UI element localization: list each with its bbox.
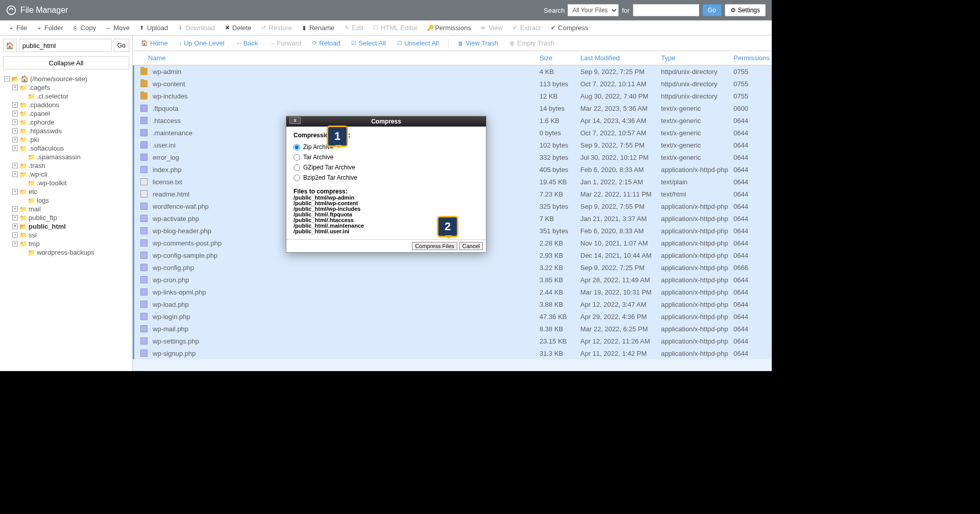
- col-size-header[interactable]: Size: [540, 54, 580, 62]
- forward-button[interactable]: →Forward: [265, 37, 306, 49]
- tree-item-wordpress-backups[interactable]: 📁wordpress-backups: [2, 248, 132, 257]
- folder-icon: 📁: [19, 206, 27, 213]
- view-trash-button[interactable]: 🗑View Trash: [454, 37, 502, 49]
- tree-item-cpaddons[interactable]: +📁.cpaddons: [2, 101, 132, 109]
- tree-item-wp-toolkit[interactable]: 📁.wp-toolkit: [2, 179, 132, 187]
- file-icon: [140, 178, 148, 185]
- collapse-all-button[interactable]: Collapse All: [3, 56, 129, 69]
- compression-option[interactable]: Bzip2ed Tar Archive: [293, 173, 479, 183]
- radio-input[interactable]: [293, 144, 300, 151]
- select-all-button[interactable]: ☑Select All: [347, 37, 389, 49]
- download-button[interactable]: ⬇Download: [173, 22, 219, 34]
- tree-item-etc[interactable]: +📁etc: [2, 187, 132, 196]
- tree-item-mail[interactable]: +📁mail: [2, 205, 132, 213]
- radio-input[interactable]: [293, 154, 300, 161]
- file-row[interactable]: wp-load.php3.88 KBApr 12, 2022, 3:47 AMa…: [133, 298, 772, 310]
- upload-button[interactable]: ⬆Upload: [135, 22, 172, 34]
- col-permissions-header[interactable]: Permissions: [733, 54, 772, 62]
- search-go-button[interactable]: Go: [702, 4, 722, 16]
- main-toolbar: +File+Folder⎘Copy↔Move⬆Upload⬇Download✖D…: [0, 20, 772, 36]
- file-row[interactable]: wp-signup.php31.3 KBApr 11, 2022, 1:42 P…: [133, 347, 772, 359]
- restore-button[interactable]: ↺Restore: [257, 22, 297, 34]
- file-row[interactable]: wp-cron.php3.85 KBApr 28, 2022, 11:49 AM…: [133, 274, 772, 286]
- tree-item-pki[interactable]: +📁.pki: [2, 135, 132, 144]
- file-icon: [140, 264, 148, 271]
- delete-button[interactable]: ✖Delete: [220, 22, 256, 34]
- tree-item-clselector[interactable]: 📁.cl.selector: [2, 92, 132, 101]
- folder-icon: 📁: [19, 171, 27, 178]
- tree-item-public_ftp[interactable]: +📁public_ftp: [2, 213, 132, 222]
- up-one-level-button[interactable]: ↑Up One Level: [175, 37, 229, 49]
- path-home-button[interactable]: 🏠: [3, 39, 17, 52]
- extract-button[interactable]: ✔Extract: [508, 22, 545, 34]
- uncheck-icon: ☐: [397, 40, 402, 46]
- file-row[interactable]: wp-links-opml.php2.44 KBMar 19, 2022, 10…: [133, 286, 772, 298]
- copy-button[interactable]: ⎘Copy: [68, 22, 100, 34]
- permissions-icon: 🔑: [427, 25, 433, 31]
- col-name-header[interactable]: Name: [133, 54, 540, 62]
- file-row[interactable]: wp-content113 bytesOct 7, 2022, 10:11 AM…: [133, 78, 772, 90]
- file-row[interactable]: wp-settings.php23.15 KBApr 12, 2022, 11:…: [133, 335, 772, 347]
- file-row[interactable]: .ftpquota14 bytesMar 22, 2023, 5:36 AMte…: [133, 102, 772, 114]
- search-label: Search: [544, 7, 565, 14]
- tree-item-htpasswds[interactable]: +📁.htpasswds: [2, 127, 132, 135]
- back-button[interactable]: ←Back: [232, 37, 262, 49]
- tree-item-cagefs[interactable]: +📁.cagefs: [2, 83, 132, 92]
- compress-files-button[interactable]: Compress Files: [412, 242, 457, 250]
- tree-item-softaculous[interactable]: +📁.softaculous: [2, 144, 132, 153]
- folder-icon: 📁: [19, 162, 27, 169]
- trash-icon: 🗑: [509, 40, 515, 46]
- rename-button[interactable]: ▮Rename: [297, 22, 338, 34]
- file-icon: [140, 313, 148, 320]
- radio-input[interactable]: [293, 164, 300, 171]
- file-row[interactable]: wp-includes12 KBAug 30, 2022, 7:40 PMhtt…: [133, 90, 772, 102]
- home-button[interactable]: 🏠Home: [137, 37, 172, 49]
- col-type-header[interactable]: Type: [661, 54, 733, 62]
- file-icon: [140, 129, 148, 136]
- callout-1: 1: [327, 126, 348, 147]
- tree-item-trash[interactable]: +📁.trash: [2, 161, 132, 170]
- cancel-button[interactable]: Cancel: [459, 242, 483, 250]
- file-row[interactable]: wp-mail.php8.38 KBMar 22, 2022, 6:25 PMa…: [133, 323, 772, 335]
- tree-item-public_html[interactable]: +📂public_html: [2, 222, 132, 231]
- col-modified-header[interactable]: Last Modified: [580, 54, 661, 62]
- empty-trash-button[interactable]: 🗑Empty Trash: [505, 37, 558, 49]
- file-row[interactable]: wp-login.php47.36 KBApr 29, 2022, 4:36 P…: [133, 310, 772, 323]
- tree-item-logs[interactable]: 📁logs: [2, 196, 132, 205]
- file-row[interactable]: wp-admin4 KBSep 9, 2022, 7:25 PMhttpd/un…: [133, 65, 772, 78]
- html-editor-button[interactable]: ☐HTML Editor: [369, 22, 422, 34]
- settings-button[interactable]: ⚙Settings: [725, 4, 766, 16]
- tree-item-ssl[interactable]: +📁ssl: [2, 231, 132, 239]
- tree-root[interactable]: −📂🏠(/home/source-site): [2, 75, 132, 83]
- for-label: for: [622, 7, 629, 14]
- edit-button[interactable]: ✎Edit: [339, 22, 367, 34]
- edit-icon: ✎: [344, 25, 350, 31]
- permissions-button[interactable]: 🔑Permissions: [423, 22, 475, 34]
- path-go-button[interactable]: Go: [114, 39, 129, 52]
- radio-input[interactable]: [293, 175, 300, 181]
- folder-icon: [140, 92, 148, 100]
- tree-item-wp-cli[interactable]: +📁.wp-cli: [2, 170, 132, 179]
- compression-option[interactable]: Zip Archive: [293, 142, 479, 152]
- file-row[interactable]: wp-config.php3.22 KBSep 9, 2022, 7:25 PM…: [133, 261, 772, 274]
- new-folder-button[interactable]: +Folder: [32, 22, 67, 34]
- tree-item-tmp[interactable]: +📁tmp: [2, 239, 132, 248]
- view-button[interactable]: 👁View: [476, 22, 507, 34]
- path-input[interactable]: [19, 39, 112, 52]
- up-icon: ↑: [179, 40, 182, 46]
- move-button[interactable]: ↔Move: [101, 22, 134, 34]
- tree-item-spamassassin[interactable]: 📁.spamassassin: [2, 153, 132, 161]
- new-file-button[interactable]: +File: [4, 22, 31, 34]
- header-bar: File Manager Search All Your Files for G…: [0, 0, 772, 20]
- search-scope-select[interactable]: All Your Files: [568, 4, 619, 16]
- back-icon: ←: [236, 40, 241, 46]
- tree-item-cphorde[interactable]: +📁.cphorde: [2, 118, 132, 127]
- tree-item-cpanel[interactable]: +📁.cpanel: [2, 109, 132, 118]
- compression-option[interactable]: Tar Archive: [293, 152, 479, 162]
- unselect-all-button[interactable]: ☐Unselect All: [393, 37, 443, 49]
- search-input[interactable]: [633, 4, 699, 16]
- reload-button[interactable]: ⟳Reload: [308, 37, 344, 49]
- compress-button[interactable]: ✔Compress: [546, 22, 592, 34]
- compression-option[interactable]: GZiped Tar Archive: [293, 162, 479, 173]
- dialog-close-button[interactable]: x: [289, 117, 301, 124]
